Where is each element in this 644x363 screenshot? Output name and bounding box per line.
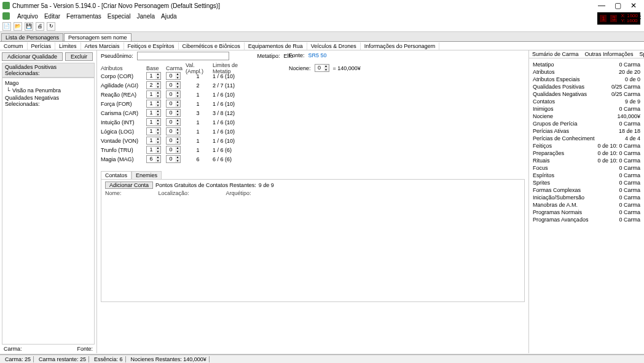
attr-spinner[interactable]: 1▲▼ xyxy=(146,118,161,126)
attr-spinner[interactable]: 1▲▼ xyxy=(146,100,161,108)
spin-down-icon[interactable]: ▼ xyxy=(175,104,180,108)
attr-spinner[interactable]: 0▲▼ xyxy=(166,72,181,80)
attr-spinner[interactable]: 1▲▼ xyxy=(146,146,161,154)
attr-spinner[interactable]: 0▲▼ xyxy=(166,137,181,145)
attr-spinner[interactable]: 0▲▼ xyxy=(166,127,181,135)
menu-especial[interactable]: Especial xyxy=(108,13,131,20)
qualities-list[interactable]: Mago Visão na Penumbra Qualidades Negati… xyxy=(2,78,95,345)
spin-down-icon[interactable]: ▼ xyxy=(175,95,180,98)
rtab-spell[interactable]: Spell Defence xyxy=(637,50,644,58)
menu-arquivo[interactable]: Arquivo xyxy=(17,13,38,20)
spin-down-icon[interactable]: ▼ xyxy=(175,113,180,117)
spin-down-icon[interactable]: ▼ xyxy=(155,132,160,135)
carma-label: Carma: xyxy=(4,346,22,352)
save-icon[interactable]: 💾 xyxy=(25,22,33,31)
attr-spinner[interactable]: 0▲▼ xyxy=(166,90,181,98)
summary-val: 0 Carma xyxy=(619,106,640,112)
attr-spinner[interactable]: 0▲▼ xyxy=(166,155,181,163)
attr-val: 1 xyxy=(186,73,210,79)
attr-limit: 1 / 6 (10) xyxy=(213,101,249,107)
attr-spinner[interactable]: 0▲▼ xyxy=(166,118,181,126)
pseudonym-input[interactable] xyxy=(137,52,229,60)
subtab-comum[interactable]: Comum xyxy=(0,42,28,50)
open-icon[interactable]: 📂 xyxy=(14,22,22,31)
summary-row: Nociene140,000¥ xyxy=(533,113,640,120)
child-min-button[interactable]: — xyxy=(613,14,619,21)
menu-janela[interactable]: Janela xyxy=(137,13,155,20)
print-icon[interactable]: 🖨 xyxy=(36,22,44,31)
subtab-feiticos[interactable]: Feitiços e Espíritos xyxy=(124,42,179,50)
spin-down-icon[interactable]: ▼ xyxy=(155,86,160,89)
spin-down-icon[interactable]: ▼ xyxy=(155,159,160,163)
attr-spinner[interactable]: 1▲▼ xyxy=(146,109,161,117)
summary-val: 0 Carma xyxy=(619,62,640,68)
refresh-icon[interactable]: ↻ xyxy=(47,22,55,31)
attribute-row: Agilidade (AGI)2▲▼0▲▼22 / 7 (11) xyxy=(101,81,525,90)
attr-spinner[interactable]: 6▲▼ xyxy=(146,155,161,163)
attr-spinner[interactable]: 0▲▼ xyxy=(166,109,181,117)
attr-spinner[interactable]: 1▲▼ xyxy=(146,127,161,135)
child-close-button[interactable]: ✕ xyxy=(637,14,642,21)
attribute-row: Corpo (COR)1▲▼0▲▼11 / 6 (10) xyxy=(101,71,525,81)
subtab-info[interactable]: Informações do Personagem xyxy=(361,42,440,50)
attr-val: 1 xyxy=(186,119,210,126)
nociene-spinner[interactable]: 0▲▼ xyxy=(315,64,329,72)
fonte-value[interactable]: SR5 50 xyxy=(308,52,327,58)
tab-lista-personagens[interactable]: Lista de Personagens xyxy=(1,33,63,41)
attr-spinner[interactable]: 1▲▼ xyxy=(146,72,161,80)
spin-down-icon[interactable]: ▼ xyxy=(175,86,180,89)
app-icon xyxy=(2,2,10,9)
summary-val: 0 Carma xyxy=(619,180,640,186)
rtab-outras[interactable]: Outras Informações xyxy=(582,50,637,58)
fonte-label2: Fonte: xyxy=(289,52,305,58)
attr-spinner[interactable]: 0▲▼ xyxy=(166,100,181,108)
list-item[interactable]: Mago xyxy=(5,79,92,87)
attr-name: Força (FOR) xyxy=(101,101,144,107)
spin-down-icon[interactable]: ▼ xyxy=(175,141,180,145)
tab-personagem-sem-nome[interactable]: Personagem sem nome xyxy=(64,33,132,41)
summary-row: Perícias de Conheciment4 de 4 xyxy=(533,135,640,142)
list-item[interactable]: Visão na Penumbra xyxy=(5,87,92,94)
close-button[interactable]: ✕ xyxy=(626,1,642,10)
tab-enemies[interactable]: Enemies xyxy=(132,171,162,179)
spin-down-icon[interactable]: ▼ xyxy=(175,122,180,126)
attr-spinner[interactable]: 0▲▼ xyxy=(166,146,181,154)
tab-contatos[interactable]: Contatos xyxy=(101,171,132,179)
spin-down-icon[interactable]: ▼ xyxy=(175,76,180,80)
maximize-button[interactable]: ▢ xyxy=(610,1,626,10)
spin-down-icon[interactable]: ▼ xyxy=(175,150,180,154)
summary-val: 20 de 20 xyxy=(619,69,640,75)
spin-down-icon[interactable]: ▼ xyxy=(175,159,180,163)
spin-down-icon[interactable]: ▼ xyxy=(155,104,160,108)
menu-editar[interactable]: Editar xyxy=(44,13,60,20)
spin-down-icon[interactable]: ▼ xyxy=(175,132,180,135)
add-quality-button[interactable]: Adicionar Qualidade xyxy=(2,52,63,61)
spin-down-icon[interactable]: ▼ xyxy=(155,122,160,126)
child-restore-button[interactable]: ❐ xyxy=(625,14,630,21)
spin-down-icon[interactable]: ▼ xyxy=(155,150,160,154)
subtab-artes[interactable]: Artes Marciais xyxy=(81,42,124,50)
attr-limit: 1 / 6 (10) xyxy=(213,73,249,79)
subtab-veiculos[interactable]: Veículos & Drones xyxy=(307,42,361,50)
summary-val: 0 Carma xyxy=(619,165,640,171)
subtab-ciber[interactable]: Cibernéticos e Biônicos xyxy=(179,42,245,50)
add-contact-button[interactable]: Adicionar Conta xyxy=(105,182,153,189)
menu-ajuda[interactable]: Ajuda xyxy=(161,13,177,20)
attr-spinner[interactable]: 0▲▼ xyxy=(166,81,181,89)
rtab-sumario[interactable]: Sumário de Carma xyxy=(529,50,582,58)
new-icon[interactable]: 📄 xyxy=(2,22,11,31)
spin-down-icon[interactable]: ▼ xyxy=(155,76,160,80)
attr-spinner[interactable]: 1▲▼ xyxy=(146,137,161,145)
attr-spinner[interactable]: 2▲▼ xyxy=(146,81,161,89)
spin-down-icon[interactable]: ▼ xyxy=(155,141,160,145)
delete-quality-button[interactable]: Excluir xyxy=(65,52,93,61)
subtab-pericias[interactable]: Perícias xyxy=(28,42,56,50)
spin-down-icon[interactable]: ▼ xyxy=(155,95,160,98)
menu-ferramentas[interactable]: Ferramentas xyxy=(66,13,101,20)
attr-spinner[interactable]: 1▲▼ xyxy=(146,90,161,98)
spin-down-icon[interactable]: ▼ xyxy=(155,113,160,117)
subtab-equip[interactable]: Equipamentos de Rua xyxy=(245,42,307,50)
subtab-limites[interactable]: Limites xyxy=(55,42,81,50)
minimize-button[interactable]: — xyxy=(594,1,610,10)
summary-row: Atributos20 de 20 xyxy=(533,68,640,76)
